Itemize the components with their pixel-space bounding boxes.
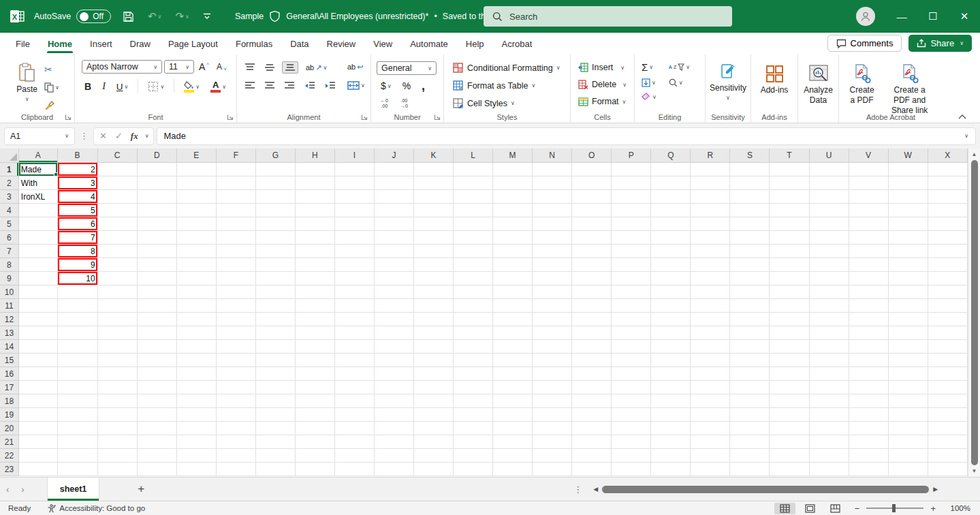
cell-K7[interactable]	[414, 245, 454, 258]
cell-X2[interactable]	[928, 176, 968, 190]
cell-I7[interactable]	[335, 245, 375, 258]
cell-H19[interactable]	[296, 408, 335, 422]
cell-T13[interactable]	[770, 326, 809, 340]
cell-I12[interactable]	[335, 313, 375, 326]
column-header-B[interactable]: B	[58, 149, 98, 163]
cell-I14[interactable]	[335, 340, 375, 354]
analyze-data-button[interactable]: Analyze Data	[800, 61, 837, 108]
middle-align-button[interactable]	[262, 62, 277, 73]
cell-A8[interactable]	[19, 258, 58, 272]
underline-button[interactable]: U∨	[114, 80, 131, 93]
cell-S9[interactable]	[730, 272, 770, 285]
cell-Q6[interactable]	[651, 231, 691, 245]
cell-K2[interactable]	[414, 176, 454, 190]
cell-B23[interactable]	[58, 463, 98, 476]
cell-V13[interactable]	[849, 326, 889, 340]
cell-P1[interactable]	[612, 163, 651, 176]
cell-A12[interactable]	[19, 313, 58, 326]
cell-S15[interactable]	[730, 354, 770, 367]
decrease-font-size-button[interactable]: A˅	[214, 61, 230, 74]
cell-W15[interactable]	[889, 354, 928, 367]
column-header-M[interactable]: M	[493, 149, 533, 163]
cell-B16[interactable]	[58, 367, 98, 381]
zoom-out-button[interactable]: −	[853, 503, 862, 514]
cell-P21[interactable]	[612, 435, 651, 449]
cell-K18[interactable]	[414, 394, 454, 408]
cell-M22[interactable]	[493, 449, 533, 463]
cell-M9[interactable]	[493, 272, 533, 285]
cell-A21[interactable]	[19, 435, 58, 449]
scroll-up-arrow[interactable]: ▲	[970, 150, 979, 159]
cell-D6[interactable]	[138, 231, 177, 245]
cell-H20[interactable]	[296, 422, 335, 435]
cell-B20[interactable]	[58, 422, 98, 435]
cell-N13[interactable]	[533, 326, 572, 340]
cell-D7[interactable]	[138, 245, 177, 258]
bold-button[interactable]: B	[82, 80, 94, 93]
cell-V23[interactable]	[849, 463, 889, 476]
cell-K22[interactable]	[414, 449, 454, 463]
cell-M15[interactable]	[493, 354, 533, 367]
cell-W12[interactable]	[889, 313, 928, 326]
cell-D17[interactable]	[138, 381, 177, 394]
comma-style-button[interactable]: ,	[419, 81, 428, 91]
cell-N5[interactable]	[533, 217, 572, 231]
font-name-combo[interactable]: Aptos Narrow∨	[82, 60, 162, 74]
cell-R19[interactable]	[691, 408, 730, 422]
cell-F20[interactable]	[217, 422, 256, 435]
cell-B4[interactable]: 5	[58, 204, 98, 217]
cell-B18[interactable]	[58, 394, 98, 408]
cell-B5[interactable]: 6	[58, 217, 98, 231]
cell-I15[interactable]	[335, 354, 375, 367]
cell-K17[interactable]	[414, 381, 454, 394]
cell-V20[interactable]	[849, 422, 889, 435]
cell-W11[interactable]	[889, 299, 928, 313]
sheet-tab-sheet1[interactable]: sheet1	[47, 478, 100, 501]
cell-M5[interactable]	[493, 217, 533, 231]
cell-A23[interactable]	[19, 463, 58, 476]
cell-M7[interactable]	[493, 245, 533, 258]
cell-J21[interactable]	[375, 435, 414, 449]
cell-E3[interactable]	[177, 190, 217, 204]
cell-I16[interactable]	[335, 367, 375, 381]
cell-M4[interactable]	[493, 204, 533, 217]
cell-C11[interactable]	[98, 299, 138, 313]
cell-R7[interactable]	[691, 245, 730, 258]
cell-S3[interactable]	[730, 190, 770, 204]
cell-A1[interactable]: Made	[19, 163, 58, 176]
share-button[interactable]: Share ∨	[908, 35, 972, 52]
insert-function-button[interactable]: fx	[129, 131, 140, 142]
cell-H17[interactable]	[296, 381, 335, 394]
cell-P23[interactable]	[612, 463, 651, 476]
cell-R8[interactable]	[691, 258, 730, 272]
cell-Q9[interactable]	[651, 272, 691, 285]
cell-O18[interactable]	[572, 394, 612, 408]
cell-L14[interactable]	[454, 340, 493, 354]
cell-B13[interactable]	[58, 326, 98, 340]
cell-A6[interactable]	[19, 231, 58, 245]
row-header-19[interactable]: 19	[0, 408, 19, 422]
cell-T2[interactable]	[770, 176, 809, 190]
cell-D16[interactable]	[138, 367, 177, 381]
horizontal-scroll-thumb[interactable]	[602, 486, 929, 493]
next-sheet-button[interactable]: ›	[15, 482, 30, 497]
cell-H11[interactable]	[296, 299, 335, 313]
cell-O1[interactable]	[572, 163, 612, 176]
column-header-C[interactable]: C	[98, 149, 138, 163]
column-header-K[interactable]: K	[414, 149, 454, 163]
cell-W4[interactable]	[889, 204, 928, 217]
cell-C16[interactable]	[98, 367, 138, 381]
cell-Q7[interactable]	[651, 245, 691, 258]
cell-U14[interactable]	[810, 340, 849, 354]
increase-indent-button[interactable]	[322, 80, 338, 91]
cell-R15[interactable]	[691, 354, 730, 367]
cell-O16[interactable]	[572, 367, 612, 381]
cell-D9[interactable]	[138, 272, 177, 285]
cell-O12[interactable]	[572, 313, 612, 326]
cancel-entry-button[interactable]: ✕	[98, 131, 108, 141]
cell-W6[interactable]	[889, 231, 928, 245]
cell-N19[interactable]	[533, 408, 572, 422]
maximize-button[interactable]: ☐	[917, 0, 949, 33]
cell-D13[interactable]	[138, 326, 177, 340]
number-format-combo[interactable]: General∨	[377, 61, 437, 75]
